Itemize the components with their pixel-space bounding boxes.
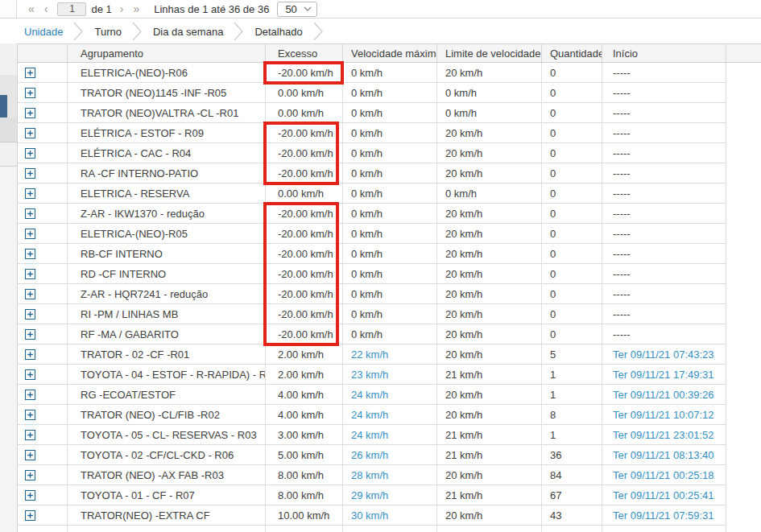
breadcrumb-item[interactable]: Detalhado [254,26,302,38]
expand-plus-icon[interactable] [25,510,35,521]
cell-excesso: 4.00 km/h [266,405,343,425]
expand-plus-icon[interactable] [25,349,35,360]
rows-range-label: Linhas de 1 até 36 de 36 [154,3,269,15]
header-agrupamento[interactable]: Agrupamento [68,44,266,62]
cell-limite-velocidade [437,526,542,532]
expand-plus-icon[interactable] [25,208,35,219]
expand-cell [18,244,68,264]
cell-velocidade-maxima[interactable]: 29 km/h [343,485,437,505]
cell-excesso: 4.00 km/h [266,385,343,405]
cell-limite-velocidade: 20 km/h [437,505,542,526]
cell-velocidade-maxima[interactable]: 24 km/h [343,405,437,425]
cell-agrupamento: TOYOTA - 04 - ESTOF - R-RAPIDA) - R08 [68,365,266,385]
cell-inicio[interactable]: Ter 09/11/21 07:43:23 [602,344,726,365]
cell-agrupamento: ELÉTRICA - CAC - R04 [68,143,266,163]
cell-quantidade: 1 [542,425,602,445]
cell-inicio[interactable]: Ter 09/11/21 00:25:18 [602,465,726,485]
cell-limite-velocidade: 20 km/h [437,143,542,163]
cell-velocidade-maxima[interactable]: 23 km/h [343,365,437,385]
table-row [18,526,761,532]
expand-plus-icon[interactable] [25,188,35,199]
first-page-icon[interactable]: « [23,3,39,14]
table-row: TOYOTA - 04 - ESTOF - R-RAPIDA) - R08 2.… [18,365,761,385]
toolbar-left-gutter [0,0,17,18]
cell-inicio[interactable]: Ter 09/11/21 00:25:41 [602,485,726,505]
expand-plus-icon[interactable] [25,128,35,138]
rail-selected-indicator[interactable] [0,95,7,118]
expand-plus-icon[interactable] [25,430,35,440]
cell-limite-velocidade: 20 km/h [437,385,542,405]
expand-plus-icon[interactable] [25,390,35,400]
header-velocidade-maxima[interactable]: Velocidade máxima [343,44,437,62]
prev-page-icon[interactable]: ‹ [39,3,53,14]
cell-limite-velocidade: 20 km/h [437,224,542,244]
expand-plus-icon[interactable] [25,269,35,279]
cell-agrupamento: Z-AR - IKW1370 - redução [68,204,266,224]
header-inicio[interactable]: Início [602,44,726,62]
table-row: TOYOTA - 05 - CL- RESERVAS - R03 3.00 km… [18,425,761,445]
cell-excesso: -20.00 km/h [266,244,343,264]
cell-velocidade-maxima[interactable]: 24 km/h [343,425,437,445]
expand-plus-icon[interactable] [25,88,35,98]
expand-plus-icon[interactable] [25,289,35,299]
cell-inicio: ----- [602,103,726,123]
expand-plus-icon[interactable] [25,229,35,239]
expand-plus-icon[interactable] [25,329,35,340]
cell-inicio: ----- [602,304,726,324]
expand-plus-icon[interactable] [25,410,35,420]
expand-plus-icon[interactable] [25,108,35,118]
expand-plus-icon[interactable] [25,148,35,159]
table-row: ELÉTRICA - ESTOF - R09 -20.00 km/h 0 km/… [18,123,761,143]
cell-limite-velocidade: 0 km/h [437,83,542,103]
cell-velocidade-maxima[interactable]: 22 km/h [343,344,437,365]
breadcrumb-arrow-icon [312,20,325,43]
cell-inicio[interactable]: Ter 09/11/21 07:59:31 [602,505,726,526]
breadcrumb-item[interactable]: Unidade [24,26,63,38]
cell-limite-velocidade: 21 km/h [437,485,542,505]
expand-plus-icon[interactable] [25,470,35,480]
expand-plus-icon[interactable] [25,309,35,320]
cell-inicio: ----- [602,204,726,224]
page-number-input[interactable] [57,2,86,16]
cell-inicio: ----- [602,143,726,163]
cell-inicio[interactable]: Ter 09/11/21 10:07:12 [602,405,726,425]
breadcrumb-item[interactable]: Turno [94,26,121,38]
cell-quantidade: 0 [542,204,602,224]
cell-velocidade-maxima[interactable]: 26 km/h [343,445,437,465]
expand-plus-icon[interactable] [25,168,35,179]
table-row: ELETRICA-(NEO)-R05 -20.00 km/h 0 km/h 20… [18,224,761,244]
cell-inicio[interactable]: Ter 09/11/21 17:49:31 [602,365,726,385]
cell-velocidade-maxima[interactable]: 30 km/h [343,505,437,526]
cell-inicio[interactable]: Ter 09/11/21 08:13:40 [602,445,726,465]
table-row: Z-AR - HQR7241 - redução -20.00 km/h 0 k… [18,284,761,304]
page-size-select[interactable]: 50 [277,2,316,17]
cell-excesso: -20.00 km/h [266,304,343,324]
cell-velocidade-maxima: 0 km/h [343,63,437,83]
page-count-label: de 1 [91,3,111,15]
breadcrumb-item[interactable]: Dia da semana [153,26,223,38]
expand-plus-icon[interactable] [25,450,35,460]
cell-inicio[interactable]: Ter 09/11/21 23:01:52 [602,425,726,445]
cell-limite-velocidade: 20 km/h [437,244,542,264]
expand-plus-icon[interactable] [25,68,35,78]
expand-cell [18,184,68,204]
expand-plus-icon[interactable] [25,490,35,501]
breadcrumb-arrow-icon [233,20,245,43]
header-quantidade[interactable]: Quantidade [542,44,602,62]
next-page-icon[interactable]: › [115,3,129,14]
cell-inicio[interactable]: Ter 09/11/21 00:39:26 [602,385,726,405]
expand-cell [18,365,68,385]
header-excesso[interactable]: Excesso [266,44,343,62]
table-row: TRATOR - 02 -CF -R01 2.00 km/h 22 km/h 2… [18,344,761,365]
header-limite-velocidade[interactable]: Limite de velocidade [437,44,542,62]
cell-velocidade-maxima[interactable]: 24 km/h [343,385,437,405]
cell-limite-velocidade: 20 km/h [437,204,542,224]
expand-plus-icon[interactable] [25,369,35,380]
last-page-icon[interactable]: » [128,3,144,14]
cell-inicio: ----- [602,63,726,83]
cell-velocidade-maxima: 0 km/h [343,123,437,143]
expand-plus-icon[interactable] [25,249,35,259]
expand-cell [18,324,68,344]
data-grid: Agrupamento Excesso Velocidade máxima Li… [18,43,761,532]
cell-velocidade-maxima[interactable]: 28 km/h [343,465,437,485]
